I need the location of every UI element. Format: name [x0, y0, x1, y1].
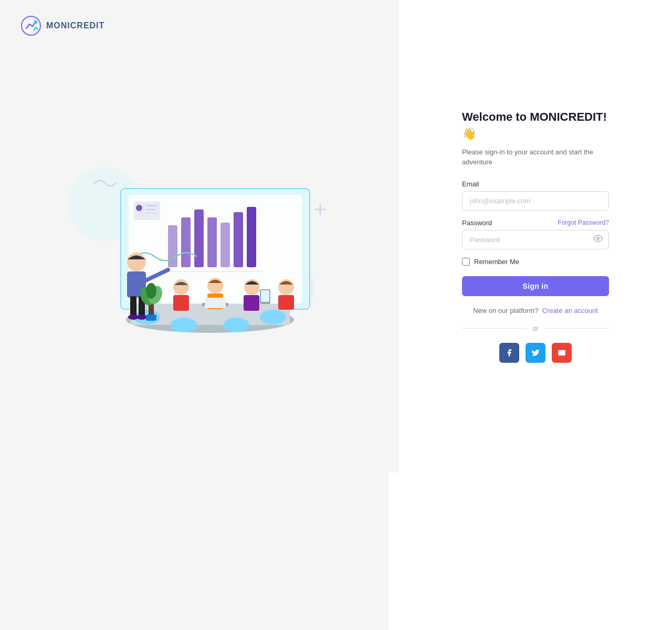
- bottom-right: [388, 472, 672, 630]
- svg-rect-45: [278, 295, 294, 310]
- svg-rect-30: [130, 296, 136, 317]
- svg-point-26: [260, 310, 286, 324]
- svg-rect-12: [220, 223, 230, 267]
- eye-toggle-icon[interactable]: [593, 234, 603, 245]
- divider-line-right: [544, 328, 609, 329]
- svg-point-17: [136, 205, 142, 211]
- new-platform-text: New on our platform? Create an account: [462, 307, 609, 314]
- remember-me-label[interactable]: Remember Me: [474, 258, 519, 266]
- email-label-row: Email: [462, 180, 609, 188]
- welcome-title: Welcome to MONICREDIT!: [462, 110, 609, 125]
- svg-rect-43: [261, 290, 269, 302]
- wave-emoji: 👋: [462, 127, 609, 141]
- divider: or: [462, 325, 609, 332]
- logo-area: MONICREDIT: [21, 16, 378, 36]
- svg-rect-35: [173, 295, 189, 311]
- illustration-area: [21, 36, 378, 457]
- right-panel: Welcome to MONICREDIT! 👋 Please sign-in …: [399, 0, 672, 472]
- left-panel: MONICREDIT: [0, 0, 399, 472]
- divider-text: or: [527, 325, 545, 332]
- password-label-row: Password Forgot Password?: [462, 219, 609, 227]
- logo-icon: [21, 16, 41, 36]
- forgot-password-link[interactable]: Forgot Password?: [558, 219, 609, 226]
- password-input[interactable]: [462, 230, 609, 249]
- welcome-subtitle: Please sign-in to your account and start…: [462, 147, 609, 167]
- svg-rect-41: [244, 295, 259, 311]
- svg-point-33: [136, 314, 147, 320]
- email-group: Email: [462, 180, 609, 211]
- divider-line-left: [462, 328, 527, 329]
- password-wrapper: [462, 230, 609, 249]
- svg-rect-14: [247, 207, 256, 267]
- svg-rect-47: [146, 314, 156, 321]
- logo-text: MONICREDIT: [46, 21, 104, 30]
- mail-icon: [558, 349, 566, 357]
- email-input[interactable]: [462, 191, 609, 211]
- bottom-left: [0, 472, 388, 630]
- svg-point-27: [127, 253, 146, 271]
- svg-point-51: [597, 237, 600, 240]
- google-login-button[interactable]: [552, 343, 572, 363]
- svg-point-34: [173, 279, 189, 295]
- remember-me-checkbox[interactable]: [462, 258, 470, 266]
- svg-rect-10: [194, 209, 204, 267]
- remember-me-row: Remember Me: [462, 258, 609, 266]
- svg-rect-8: [168, 225, 177, 267]
- svg-rect-16: [134, 202, 160, 220]
- twitter-icon: [531, 349, 540, 357]
- login-form: Email Password Forgot Password?: [462, 180, 609, 296]
- svg-rect-11: [207, 217, 217, 267]
- email-label: Email: [462, 180, 479, 188]
- svg-point-24: [171, 318, 197, 332]
- svg-rect-9: [181, 217, 191, 267]
- social-buttons: [462, 343, 609, 363]
- svg-rect-39: [205, 298, 226, 308]
- illustration: [52, 141, 346, 351]
- new-platform-prompt: New on our platform?: [473, 307, 538, 314]
- svg-point-1: [34, 20, 37, 24]
- password-label: Password: [462, 219, 492, 227]
- svg-rect-13: [234, 212, 243, 267]
- svg-point-50: [146, 283, 156, 299]
- facebook-icon: [505, 349, 513, 357]
- login-form-container: Welcome to MONICREDIT! 👋 Please sign-in …: [462, 110, 609, 363]
- facebook-login-button[interactable]: [499, 343, 519, 363]
- sign-in-button[interactable]: Sign in: [462, 276, 609, 296]
- twitter-login-button[interactable]: [526, 343, 545, 363]
- password-group: Password Forgot Password?: [462, 219, 609, 249]
- svg-point-25: [223, 318, 249, 332]
- bottom-area: [0, 472, 672, 630]
- create-account-link[interactable]: Create an account: [542, 307, 598, 314]
